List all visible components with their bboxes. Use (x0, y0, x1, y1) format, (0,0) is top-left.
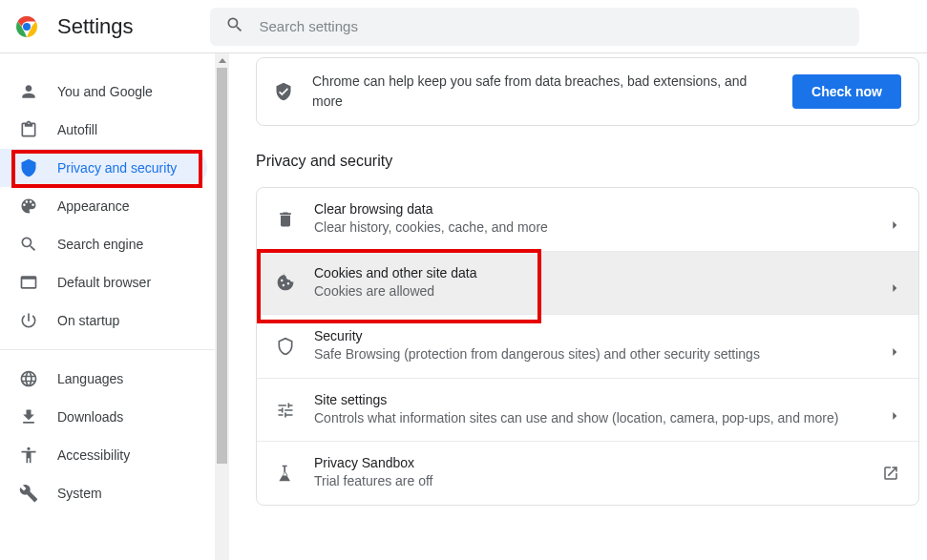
browser-icon (19, 273, 38, 292)
banner-text: Chrome can help keep you safe from data … (312, 72, 777, 112)
trash-icon (276, 210, 295, 229)
sidebar-item-languages[interactable]: Languages (0, 360, 207, 398)
flask-icon (276, 464, 295, 483)
sidebar-scrollbar[interactable] (215, 53, 229, 560)
sidebar-item-accessibility[interactable]: Accessibility (0, 436, 207, 474)
check-now-button[interactable]: Check now (792, 74, 901, 109)
row-subtitle: Controls what information sites can use … (314, 409, 876, 428)
sidebar-item-downloads[interactable]: Downloads (0, 398, 207, 436)
search-container[interactable] (210, 8, 859, 46)
sidebar-item-you-and-google[interactable]: You and Google (0, 73, 207, 111)
row-cookies[interactable]: Cookies and other site data Cookies are … (257, 252, 918, 316)
chevron-right-icon (892, 279, 899, 286)
row-subtitle: Trial features are off (314, 472, 867, 491)
svg-point-4 (23, 23, 31, 31)
main-content: Chrome can help keep you safe from data … (229, 53, 927, 560)
sidebar-item-autofill[interactable]: Autofill (0, 111, 207, 149)
chevron-right-icon (892, 216, 899, 223)
row-security[interactable]: Security Safe Browsing (protection from … (257, 315, 918, 379)
header: Settings (0, 0, 927, 53)
sidebar-item-privacy-security[interactable]: Privacy and security (0, 149, 207, 187)
search-input[interactable] (260, 18, 844, 34)
sidebar-item-label: On startup (57, 313, 119, 328)
sidebar-item-label: Autofill (57, 122, 97, 137)
power-icon (19, 311, 38, 330)
shield-check-icon (274, 82, 293, 101)
shield-outline-icon (276, 337, 295, 356)
cookie-icon (276, 273, 295, 292)
row-title: Cookies and other site data (314, 265, 876, 280)
sidebar: You and Google Autofill Privacy and secu… (0, 53, 215, 560)
sidebar-item-label: Search engine (57, 237, 143, 252)
external-link-icon (882, 465, 899, 482)
row-title: Site settings (314, 392, 876, 407)
row-privacy-sandbox[interactable]: Privacy Sandbox Trial features are off (257, 442, 918, 505)
accessibility-icon (19, 446, 38, 465)
scrollbar-thumb[interactable] (217, 68, 227, 464)
chevron-right-icon (892, 406, 899, 414)
row-subtitle: Safe Browsing (protection from dangerous… (314, 345, 876, 364)
sidebar-item-default-browser[interactable]: Default browser (0, 263, 207, 301)
sidebar-item-label: Privacy and security (57, 160, 177, 176)
page-title: Settings (57, 14, 134, 39)
palette-icon (19, 197, 38, 216)
sidebar-item-label: Downloads (57, 409, 123, 425)
shield-icon (19, 158, 38, 177)
row-title: Security (314, 328, 876, 343)
chrome-logo-icon (15, 15, 38, 38)
globe-icon (19, 369, 38, 388)
row-clear-browsing-data[interactable]: Clear browsing data Clear history, cooki… (257, 188, 918, 252)
search-icon (225, 15, 260, 38)
sidebar-item-on-startup[interactable]: On startup (0, 301, 207, 340)
row-site-settings[interactable]: Site settings Controls what information … (257, 379, 918, 443)
settings-card: Clear browsing data Clear history, cooki… (256, 187, 919, 506)
sidebar-item-label: You and Google (57, 84, 153, 99)
sidebar-item-label: Languages (57, 371, 123, 386)
section-heading: Privacy and security (256, 153, 919, 170)
sidebar-item-appearance[interactable]: Appearance (0, 187, 207, 225)
row-title: Privacy Sandbox (314, 455, 867, 470)
person-icon (19, 82, 38, 101)
chevron-right-icon (892, 342, 899, 350)
sidebar-item-label: Accessibility (57, 447, 130, 463)
row-subtitle: Cookies are allowed (314, 282, 876, 301)
scrollbar-up-arrow[interactable] (215, 53, 229, 68)
search-icon (19, 235, 38, 254)
wrench-icon (19, 484, 38, 503)
row-title: Clear browsing data (314, 201, 876, 217)
sidebar-item-label: System (57, 486, 102, 501)
sidebar-item-label: Default browser (57, 275, 151, 290)
safety-banner: Chrome can help keep you safe from data … (256, 57, 919, 126)
download-icon (19, 407, 38, 426)
row-subtitle: Clear history, cookies, cache, and more (314, 218, 876, 238)
sidebar-item-system[interactable]: System (0, 474, 207, 512)
sidebar-item-label: Appearance (57, 198, 130, 214)
sidebar-item-search-engine[interactable]: Search engine (0, 225, 207, 263)
tune-icon (276, 401, 295, 420)
clipboard-icon (19, 120, 38, 139)
